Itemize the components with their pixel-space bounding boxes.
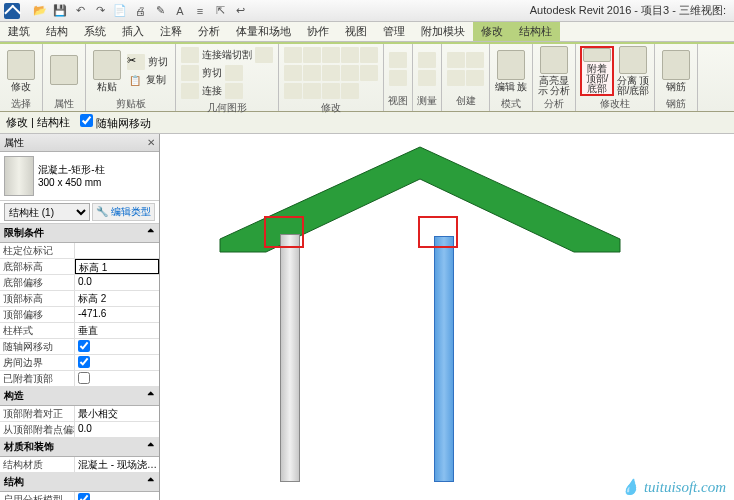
ribbon-small-button[interactable]: [181, 83, 199, 99]
ribbon-button[interactable]: 分离 顶部/底部: [616, 46, 650, 96]
ribbon-tab[interactable]: 视图: [337, 22, 375, 41]
property-row[interactable]: 随轴网移动: [0, 339, 159, 355]
property-section-header[interactable]: 结构: [0, 473, 159, 492]
ribbon-small-button[interactable]: ✂: [127, 54, 145, 70]
ribbon-small-button[interactable]: [447, 70, 465, 86]
ribbon-button[interactable]: 附着 顶部/底部: [580, 46, 614, 96]
ribbon-small-button[interactable]: [341, 47, 359, 63]
property-row[interactable]: 已附着顶部: [0, 371, 159, 387]
property-row[interactable]: 顶部附着对正最小相交: [0, 406, 159, 422]
ribbon-small-button[interactable]: [225, 83, 243, 99]
ribbon-tab[interactable]: 结构: [38, 22, 76, 41]
ribbon-small-button[interactable]: [284, 47, 302, 63]
ribbon-small-button[interactable]: [284, 83, 302, 99]
ribbon-small-button[interactable]: [255, 47, 273, 63]
ribbon-group: 连接端切割 剪切 连接 几何图形: [176, 44, 279, 111]
qa-button[interactable]: 📄: [112, 3, 128, 19]
ribbon-small-button[interactable]: [447, 52, 465, 68]
property-row[interactable]: 启用分析模型: [0, 492, 159, 500]
ribbon-tab[interactable]: 协作: [299, 22, 337, 41]
qa-button[interactable]: 💾: [52, 3, 68, 19]
ribbon-tab[interactable]: 修改: [473, 22, 511, 41]
qa-button[interactable]: 🖨: [132, 3, 148, 19]
ribbon-button[interactable]: 粘贴: [90, 46, 124, 96]
property-row[interactable]: 柱定位标记: [0, 243, 159, 259]
qa-button[interactable]: ≡: [192, 3, 208, 19]
property-section-header[interactable]: 材质和装饰: [0, 438, 159, 457]
property-checkbox[interactable]: [78, 356, 90, 368]
close-icon[interactable]: ✕: [147, 137, 155, 148]
property-section-header[interactable]: 构造: [0, 387, 159, 406]
instance-filter[interactable]: 结构柱 (1): [4, 203, 90, 221]
type-selector[interactable]: 混凝土-矩形-柱 300 x 450 mm: [0, 152, 159, 201]
ribbon-tab[interactable]: 分析: [190, 22, 228, 41]
ribbon-small-button[interactable]: [389, 52, 407, 68]
structural-column-right[interactable]: [434, 236, 454, 482]
ribbon-small-button[interactable]: [418, 70, 436, 86]
ribbon-small-button[interactable]: [303, 83, 321, 99]
ribbon-small-button[interactable]: [181, 47, 199, 63]
ribbon-small-button[interactable]: [303, 65, 321, 81]
ribbon-small-button[interactable]: [284, 65, 302, 81]
ribbon-small-button[interactable]: 连接: [200, 83, 224, 99]
ribbon-small-button[interactable]: [418, 52, 436, 68]
ribbon-tab[interactable]: 建筑: [0, 22, 38, 41]
property-row[interactable]: 顶部偏移-471.6: [0, 307, 159, 323]
ribbon-button[interactable]: 高亮显示 分析: [537, 46, 571, 96]
ribbon-tab[interactable]: 系统: [76, 22, 114, 41]
ribbon-small-button[interactable]: [303, 47, 321, 63]
property-row[interactable]: 顶部标高标高 2: [0, 291, 159, 307]
ribbon-small-button[interactable]: [389, 70, 407, 86]
qa-button[interactable]: ↶: [72, 3, 88, 19]
ribbon-small-button[interactable]: 📋: [127, 72, 143, 88]
property-row[interactable]: 底部标高标高 1: [0, 259, 159, 275]
qa-button[interactable]: A: [172, 3, 188, 19]
property-checkbox[interactable]: [78, 493, 90, 500]
ribbon-tab[interactable]: 结构柱: [511, 22, 560, 41]
qa-button[interactable]: ↩: [232, 3, 248, 19]
ribbon-small-button[interactable]: [360, 47, 378, 63]
qa-button[interactable]: ↷: [92, 3, 108, 19]
ribbon-group: 修改: [279, 44, 384, 111]
property-row[interactable]: 从顶部附着点偏移0.0: [0, 422, 159, 438]
qa-button[interactable]: ⇱: [212, 3, 228, 19]
ribbon-small-button[interactable]: [341, 83, 359, 99]
ribbon-group: 测量: [413, 44, 442, 111]
ribbon-small-button[interactable]: 复制: [144, 72, 168, 88]
ribbon-button[interactable]: 编辑 族: [494, 46, 528, 96]
ribbon-tab[interactable]: 管理: [375, 22, 413, 41]
ribbon-small-button[interactable]: [322, 47, 340, 63]
ribbon-small-button[interactable]: [322, 65, 340, 81]
ribbon-small-button[interactable]: [341, 65, 359, 81]
property-row[interactable]: 底部偏移0.0: [0, 275, 159, 291]
edit-type-button[interactable]: 🔧 编辑类型: [92, 203, 155, 221]
app-icon[interactable]: [4, 3, 20, 19]
property-row[interactable]: 结构材质混凝土 - 现场浇…: [0, 457, 159, 473]
ribbon-small-button[interactable]: [360, 65, 378, 81]
ribbon-tab[interactable]: 附加模块: [413, 22, 473, 41]
structural-column-left[interactable]: [280, 234, 300, 482]
ribbon-small-button[interactable]: 剪切: [200, 65, 224, 81]
viewport[interactable]: tuituisoft.com: [160, 134, 734, 500]
qa-button[interactable]: ✎: [152, 3, 168, 19]
ribbon-small-button[interactable]: 连接端切割: [200, 47, 254, 63]
property-checkbox[interactable]: [78, 372, 90, 384]
ribbon-button[interactable]: [47, 46, 81, 96]
ribbon-small-button[interactable]: [322, 83, 340, 99]
follow-grid-checkbox[interactable]: 随轴网移动: [80, 114, 151, 131]
property-row[interactable]: 柱样式垂直: [0, 323, 159, 339]
ribbon-small-button[interactable]: [225, 65, 243, 81]
property-row[interactable]: 房间边界: [0, 355, 159, 371]
ribbon-small-button[interactable]: [466, 52, 484, 68]
ribbon-tab[interactable]: 注释: [152, 22, 190, 41]
qa-button[interactable]: 📂: [32, 3, 48, 19]
property-checkbox[interactable]: [78, 340, 90, 352]
ribbon-button[interactable]: 钢筋: [659, 46, 693, 96]
ribbon-button[interactable]: 修改: [4, 46, 38, 96]
ribbon-small-button[interactable]: 剪切: [146, 54, 170, 70]
ribbon-tab[interactable]: 插入: [114, 22, 152, 41]
ribbon-tab[interactable]: 体量和场地: [228, 22, 299, 41]
ribbon-small-button[interactable]: [181, 65, 199, 81]
ribbon-small-button[interactable]: [466, 70, 484, 86]
property-section-header[interactable]: 限制条件: [0, 224, 159, 243]
